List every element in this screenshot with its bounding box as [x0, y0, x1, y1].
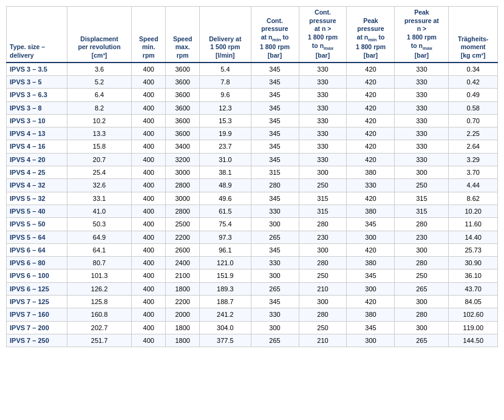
cell-peak-p-nmax: 315 — [395, 192, 449, 205]
cell-cont-p-nmax: 230 — [299, 231, 347, 243]
cell-cont-p-1800: 330 — [251, 308, 299, 321]
cell-speed-min: 400 — [132, 101, 166, 114]
cell-traegheit: 4.44 — [449, 179, 498, 192]
cell-type: IPVS 4 – 13 — [7, 127, 67, 140]
table-row: IPVS 6 – 100101.34002100151.930025034525… — [7, 269, 498, 282]
table-row: IPVS 5 – 3233.1400300049.63453154203158.… — [7, 192, 498, 205]
cell-peak-p-nmax: 300 — [395, 166, 449, 179]
cell-peak-p-1800: 380 — [347, 308, 395, 321]
cell-peak-p-nmax: 300 — [395, 243, 449, 256]
cell-peak-p-nmax: 330 — [395, 127, 449, 140]
header-peak-pressure-1800: Peakpressureat nmin to1 800 rpm[bar] — [347, 7, 395, 63]
cell-speed-min: 400 — [132, 89, 166, 101]
cell-speed-max: 3600 — [166, 75, 200, 88]
cell-speed-max: 2600 — [166, 243, 200, 256]
cell-cont-p-1800: 345 — [251, 243, 299, 256]
cell-peak-p-1800: 420 — [347, 89, 395, 101]
cell-delivery: 9.6 — [200, 89, 251, 101]
cell-cont-p-1800: 345 — [251, 114, 299, 127]
cell-traegheit: 0.70 — [449, 114, 498, 127]
header-traegheit: Trägheits-moment[kg cm²] — [449, 7, 498, 63]
cell-displacement: 160.8 — [67, 308, 132, 321]
cell-cont-p-1800: 345 — [251, 89, 299, 101]
cell-displacement: 80.7 — [67, 257, 132, 269]
cell-cont-p-1800: 265 — [251, 231, 299, 243]
cell-speed-max: 2800 — [166, 179, 200, 192]
cell-speed-min: 400 — [132, 218, 166, 231]
cell-type: IPVS 6 – 80 — [7, 257, 67, 269]
cell-delivery: 96.1 — [200, 243, 251, 256]
cell-cont-p-nmax: 315 — [299, 192, 347, 205]
cell-displacement: 50.3 — [67, 218, 132, 231]
cell-delivery: 12.3 — [200, 101, 251, 114]
cell-traegheit: 43.70 — [449, 282, 498, 295]
cell-type: IPVS 6 – 125 — [7, 282, 67, 295]
cell-cont-p-nmax: 250 — [299, 269, 347, 282]
cell-displacement: 126.2 — [67, 282, 132, 295]
cell-speed-min: 400 — [132, 114, 166, 127]
cell-type: IPVS 5 – 40 — [7, 205, 67, 217]
cell-delivery: 23.7 — [200, 140, 251, 153]
cell-cont-p-nmax: 330 — [299, 153, 347, 166]
cell-traegheit: 3.70 — [449, 166, 498, 179]
cell-delivery: 97.3 — [200, 231, 251, 243]
cell-peak-p-nmax: 330 — [395, 63, 449, 76]
cell-displacement: 41.0 — [67, 205, 132, 217]
cell-cont-p-nmax: 210 — [299, 282, 347, 295]
cell-speed-max: 3200 — [166, 153, 200, 166]
cell-type: IPVS 3 – 3.5 — [7, 63, 67, 76]
cell-displacement: 25.4 — [67, 166, 132, 179]
cell-peak-p-1800: 345 — [347, 269, 395, 282]
cell-peak-p-1800: 420 — [347, 101, 395, 114]
cell-peak-p-nmax: 265 — [395, 334, 449, 347]
cell-displacement: 10.2 — [67, 114, 132, 127]
cell-cont-p-nmax: 280 — [299, 257, 347, 269]
cell-type: IPVS 3 – 6.3 — [7, 89, 67, 101]
cell-cont-p-1800: 330 — [251, 205, 299, 217]
cell-speed-max: 3400 — [166, 140, 200, 153]
table-row: IPVS 4 – 3232.6400280048.92802503302504.… — [7, 179, 498, 192]
cell-cont-p-1800: 300 — [251, 269, 299, 282]
table-row: IPVS 6 – 125126.24001800189.326521030026… — [7, 282, 498, 295]
cell-delivery: 5.4 — [200, 63, 251, 76]
cell-traegheit: 10.20 — [449, 205, 498, 217]
cell-traegheit: 11.60 — [449, 218, 498, 231]
cell-peak-p-1800: 420 — [347, 75, 395, 88]
cell-speed-max: 3600 — [166, 127, 200, 140]
cell-speed-min: 400 — [132, 179, 166, 192]
cell-peak-p-1800: 345 — [347, 321, 395, 334]
cell-type: IPVS 4 – 32 — [7, 179, 67, 192]
cell-peak-p-nmax: 330 — [395, 75, 449, 88]
cell-peak-p-nmax: 330 — [395, 153, 449, 166]
cell-speed-min: 400 — [132, 63, 166, 76]
header-peak-pressure-nmax: Peakpressure atn >1 800 rpmto nmax[bar] — [395, 7, 449, 63]
cell-cont-p-nmax: 280 — [299, 218, 347, 231]
cell-peak-p-1800: 420 — [347, 192, 395, 205]
cell-speed-max: 1800 — [166, 321, 200, 334]
cell-cont-p-nmax: 330 — [299, 75, 347, 88]
cell-delivery: 61.5 — [200, 205, 251, 217]
header-speed-max: Speedmax.rpm — [166, 7, 200, 63]
cell-peak-p-nmax: 250 — [395, 179, 449, 192]
cell-displacement: 251.7 — [67, 334, 132, 347]
cell-delivery: 189.3 — [200, 282, 251, 295]
header-type: Type. size –delivery — [7, 7, 67, 63]
cell-speed-max: 1800 — [166, 334, 200, 347]
cell-delivery: 31.0 — [200, 153, 251, 166]
cell-displacement: 20.7 — [67, 153, 132, 166]
cell-peak-p-1800: 420 — [347, 114, 395, 127]
cell-peak-p-1800: 300 — [347, 282, 395, 295]
cell-speed-max: 2400 — [166, 257, 200, 269]
cell-speed-min: 400 — [132, 296, 166, 308]
cell-cont-p-nmax: 300 — [299, 166, 347, 179]
header-displacement: Displacmentper revolution[cm³] — [67, 7, 132, 63]
cell-speed-max: 3600 — [166, 89, 200, 101]
cell-speed-max: 2200 — [166, 231, 200, 243]
cell-cont-p-1800: 265 — [251, 282, 299, 295]
cell-speed-min: 400 — [132, 321, 166, 334]
cell-speed-max: 2800 — [166, 205, 200, 217]
cell-type: IPVS 4 – 20 — [7, 153, 67, 166]
table-row: IPVS 7 – 200202.74001800304.030025034530… — [7, 321, 498, 334]
cell-speed-min: 400 — [132, 140, 166, 153]
cell-peak-p-1800: 420 — [347, 127, 395, 140]
